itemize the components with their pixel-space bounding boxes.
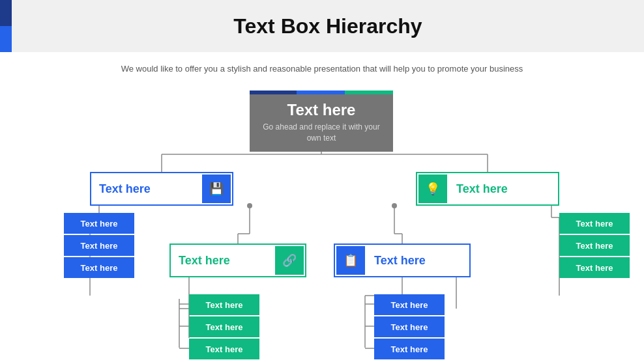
sub-right-2: Text here — [374, 316, 445, 337]
level2-left-label: Text here — [171, 254, 274, 268]
diagram: Text here Go ahead and replace it with y… — [0, 77, 644, 362]
right-small-1: Text here — [559, 213, 630, 234]
root-title: Text here — [250, 94, 393, 122]
page-title: Text Box Hierarchy — [233, 14, 422, 38]
level2-right-icon: 📋 — [336, 246, 365, 275]
header: Text Box Hierarchy — [0, 0, 644, 52]
root-box: Text here Go ahead and replace it with y… — [250, 90, 393, 152]
root-subtitle: Go ahead and replace it with your own te… — [250, 122, 393, 152]
level2-left-icon: 🔗 — [275, 246, 304, 275]
level1-right-icon: 💡 — [418, 174, 447, 203]
left-small-3: Text here — [64, 257, 134, 278]
svg-point-11 — [247, 203, 252, 208]
level1-left-label: Text here — [91, 182, 201, 196]
sub-left-2: Text here — [189, 316, 259, 337]
right-small-2: Text here — [559, 235, 630, 256]
right-small-3: Text here — [559, 257, 630, 278]
sub-right-1: Text here — [374, 294, 445, 315]
sub-left-3: Text here — [189, 339, 259, 359]
level1-left-icon: 💾 — [202, 174, 231, 203]
header-title-wrap: Text Box Hierarchy — [12, 0, 644, 52]
left-small-2: Text here — [64, 235, 134, 256]
subtitle: We would like to offer you a stylish and… — [0, 52, 644, 77]
level1-left-box: Text here 💾 — [90, 172, 233, 206]
level1-right-box: 💡 Text here — [416, 172, 559, 206]
sub-left-1: Text here — [189, 294, 259, 315]
header-accent — [0, 0, 12, 52]
level2-left-box: Text here 🔗 — [169, 244, 306, 277]
left-small-1: Text here — [64, 213, 134, 234]
svg-point-15 — [392, 203, 397, 208]
level2-right-label: Text here — [366, 254, 469, 268]
level2-right-box: 📋 Text here — [334, 244, 471, 277]
level1-right-label: Text here — [448, 182, 558, 196]
sub-right-3: Text here — [374, 339, 445, 359]
